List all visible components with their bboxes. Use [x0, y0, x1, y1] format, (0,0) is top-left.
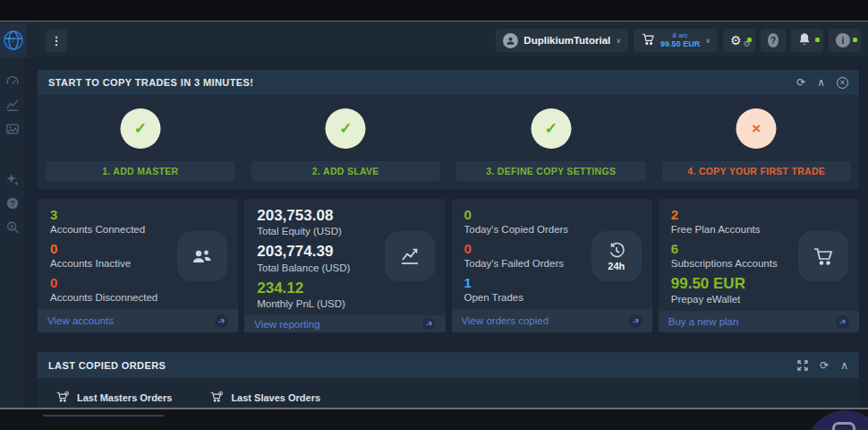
help-circle-icon: ? [5, 196, 20, 211]
cart-icon [798, 231, 848, 281]
step-add-slave-button[interactable]: 2. ADD SLAVE [251, 161, 441, 181]
line-chart-icon [5, 98, 20, 112]
prepay-ewallet-label: Prepay eWallet [671, 294, 847, 305]
buy-new-plan-link[interactable]: Buy a new plan [659, 311, 859, 332]
clock-history-icon: 24h [591, 231, 642, 281]
expand-button[interactable] [797, 360, 808, 371]
users-icon [177, 231, 227, 281]
info-icon: i [836, 33, 850, 47]
refresh-button[interactable]: ⟳ [796, 76, 805, 89]
chat-bubble-icon [832, 422, 855, 430]
chevron-down-icon: ∨ [616, 37, 621, 45]
step-define-copy-settings: ✓ 3. DEFINE COPY SETTINGS [448, 95, 654, 189]
last-copied-orders-panel: LAST COPIED ORDERS ⟳ ∧ [38, 352, 859, 409]
close-button[interactable]: × [837, 77, 848, 89]
cart-summary-button[interactable]: 8 a/c 99.50 EUR ∨ [634, 29, 718, 52]
info-button[interactable]: i [829, 29, 861, 52]
user-menu-button[interactable]: DuplikiumTutorial ∨ [496, 29, 628, 52]
monthly-pnl-value: 234.12 [257, 280, 432, 297]
collapse-button[interactable]: ∧ [817, 76, 825, 89]
chevron-down-icon: ∨ [705, 37, 711, 45]
cart-clock-icon [209, 391, 224, 404]
refresh-button[interactable]: ⟳ [820, 359, 829, 372]
cart-balance: 8 a/c 99.50 EUR [660, 31, 700, 49]
onboarding-panel: START TO COPY TRADES IN 3 MINUTES! ⟳ ∧ ×… [38, 70, 859, 189]
view-orders-copied-link[interactable]: View orders copied [452, 309, 652, 332]
main-content: START TO COPY TRADES IN 3 MINUTES! ⟳ ∧ ×… [24, 57, 868, 409]
left-sidebar: ? $ [0, 57, 24, 408]
active-tab-indicator [43, 415, 164, 417]
globe-logo-icon [3, 30, 24, 51]
cart-clock-icon [55, 391, 70, 404]
notifications-button[interactable] [791, 29, 823, 52]
expand-icon [797, 360, 808, 371]
app-root: ⋮ DuplikiumTutorial ∨ [0, 0, 868, 430]
arrow-right-icon [626, 312, 644, 330]
stat-cards-row: 3 Accounts Connected 0 Accounts Inactive… [38, 199, 859, 332]
arrow-right-icon [420, 315, 438, 333]
tab-last-masters-orders[interactable]: Last Masters Orders [55, 391, 172, 404]
orders-panel-title: LAST COPIED ORDERS [48, 360, 166, 371]
open-trades-label: Open Trades [464, 292, 640, 303]
tab-label: Last Slaves Orders [231, 392, 320, 403]
gear-icon: ⚙ [730, 33, 742, 47]
step-add-slave: ✓ 2. ADD SLAVE [243, 95, 449, 189]
step-copy-first-trade-button[interactable]: 4. COPY YOUR FIRST TRADE [662, 161, 852, 181]
buy-new-plan-label: Buy a new plan [668, 316, 739, 327]
step-done-icon: ✓ [120, 108, 160, 149]
step-copy-first-trade: × 4. COPY YOUR FIRST TRADE [654, 95, 860, 189]
settings-button[interactable]: ⚙ ⚙ [723, 29, 755, 52]
top-letterbox [0, 0, 868, 21]
step-define-copy-settings-button[interactable]: 3. DEFINE COPY SETTINGS [456, 161, 646, 181]
arrow-right-icon [834, 313, 852, 331]
tab-last-slaves-orders[interactable]: Last Slaves Orders [209, 391, 320, 404]
status-dot [853, 38, 857, 42]
sidebar-item-help[interactable]: ? [4, 195, 20, 211]
main-menu-button[interactable]: ⋮ [46, 30, 67, 52]
orders-tabs: Last Masters Orders Last Slaves Orders [38, 378, 859, 409]
monthly-pnl-label: Monthly PnL (USD) [257, 298, 432, 309]
sidebar-item-reporting[interactable] [4, 97, 20, 112]
step-add-master-button[interactable]: 1. ADD MASTER [46, 161, 235, 181]
top-bar: ⋮ DuplikiumTutorial ∨ [0, 21, 868, 57]
status-dot [747, 38, 752, 42]
chevron-up-icon: ∧ [817, 76, 825, 89]
step-pending-icon: × [736, 108, 777, 149]
accounts-disconnected-label: Accounts Disconnected [50, 292, 226, 303]
help-button[interactable]: ? [761, 29, 786, 52]
24h-badge: 24h [608, 261, 625, 271]
chevron-up-icon: ∧ [840, 359, 848, 372]
view-accounts-link[interactable]: View accounts [38, 309, 238, 332]
view-reporting-link[interactable]: View reporting [244, 315, 445, 332]
plans-card: 2 Free Plan Accounts 6 Subscriptions Acc… [659, 199, 859, 332]
bottom-letterbox [0, 408, 868, 430]
arrow-right-icon [213, 312, 231, 330]
onboarding-panel-header: START TO COPY TRADES IN 3 MINUTES! ⟳ ∧ × [38, 70, 859, 95]
gauge-icon [5, 73, 20, 88]
copied-orders-value: 0 [464, 207, 640, 223]
tab-label: Last Masters Orders [77, 392, 172, 403]
cart-icon [641, 32, 655, 48]
sidebar-item-gallery[interactable] [4, 121, 20, 136]
onboarding-steps: ✓ 1. ADD MASTER ✓ 2. ADD SLAVE ✓ 3. DEFI… [38, 95, 859, 189]
sidebar-item-pricing[interactable]: $ [4, 219, 20, 235]
header-actions: DuplikiumTutorial ∨ 8 a/c 99.50 EUR ∨ [496, 29, 861, 52]
collapse-button[interactable]: ∧ [840, 359, 848, 372]
sidebar-item-whats-new[interactable] [4, 171, 20, 186]
cart-accounts-count: 8 a/c [672, 31, 687, 39]
user-avatar-icon [503, 33, 518, 48]
sparkles-icon [5, 172, 20, 186]
accounts-connected-value: 3 [50, 207, 226, 223]
line-chart-icon [385, 231, 435, 281]
sidebar-item-dashboard[interactable] [4, 73, 20, 88]
bell-icon [798, 32, 811, 48]
cart-wallet-amount: 99.50 EUR [660, 39, 700, 48]
balances-card: 203,753.08 Total Equity (USD) 203,774.39… [244, 199, 445, 332]
orders-panel-header: LAST COPIED ORDERS ⟳ ∧ [38, 352, 859, 378]
free-plan-accounts-value: 2 [671, 207, 847, 223]
view-orders-copied-label: View orders copied [462, 315, 549, 326]
kebab-menu-icon: ⋮ [51, 34, 63, 47]
svg-text:$: $ [10, 223, 13, 229]
onboarding-title: START TO COPY TRADES IN 3 MINUTES! [48, 77, 253, 88]
user-name: DuplikiumTutorial [523, 35, 610, 46]
